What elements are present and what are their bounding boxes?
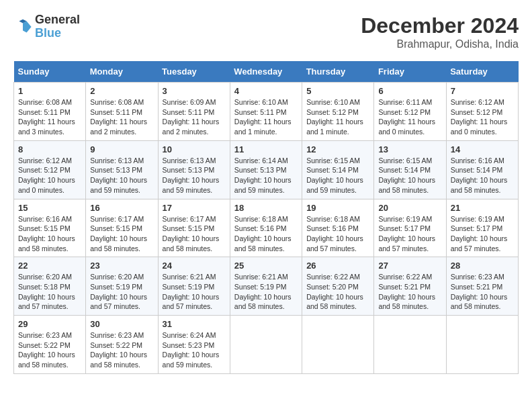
logo-icon [13,17,32,36]
day-info: Sunrise: 6:20 AMSunset: 5:19 PMDaylight:… [90,272,153,312]
weekday-header-cell: Saturday [446,61,518,83]
day-number: 7 [451,86,514,96]
calendar-day-cell: 21 Sunrise: 6:19 AMSunset: 5:17 PMDaylig… [446,199,518,257]
calendar-day-cell: 14 Sunrise: 6:16 AMSunset: 5:14 PMDaylig… [446,140,518,199]
calendar-day-cell: 23 Sunrise: 6:20 AMSunset: 5:19 PMDaylig… [86,257,158,316]
calendar-day-cell [230,316,302,374]
day-info: Sunrise: 6:12 AMSunset: 5:12 PMDaylight:… [18,156,81,195]
calendar-day-cell: 11 Sunrise: 6:14 AMSunset: 5:13 PMDaylig… [230,140,302,199]
day-number: 26 [306,261,369,271]
day-info: Sunrise: 6:15 AMSunset: 5:14 PMDaylight:… [378,156,441,195]
day-number: 21 [451,203,514,213]
location: Brahmapur, Odisha, India [361,38,519,50]
page-header: General Blue December 2024 Brahmapur, Od… [13,13,519,50]
day-number: 28 [451,261,514,271]
day-number: 8 [18,144,81,154]
weekday-header-row: SundayMondayTuesdayWednesdayThursdayFrid… [14,61,519,83]
day-number: 9 [90,144,153,154]
day-number: 5 [306,86,369,96]
calendar-day-cell: 2 Sunrise: 6:08 AMSunset: 5:11 PMDayligh… [86,83,158,141]
day-info: Sunrise: 6:23 AMSunset: 5:22 PMDaylight:… [18,330,81,370]
calendar-week-row: 1 Sunrise: 6:08 AMSunset: 5:11 PMDayligh… [14,83,519,141]
day-number: 24 [163,261,226,271]
month-title: December 2024 [361,13,519,38]
calendar-day-cell: 16 Sunrise: 6:17 AMSunset: 5:15 PMDaylig… [86,199,158,257]
calendar-table: SundayMondayTuesdayWednesdayThursdayFrid… [13,61,519,374]
day-number: 14 [451,144,514,154]
calendar-day-cell: 1 Sunrise: 6:08 AMSunset: 5:11 PMDayligh… [14,83,86,141]
calendar-day-cell: 22 Sunrise: 6:20 AMSunset: 5:18 PMDaylig… [14,257,86,316]
day-number: 3 [163,86,226,96]
day-number: 29 [18,319,81,329]
day-info: Sunrise: 6:15 AMSunset: 5:14 PMDaylight:… [306,156,369,195]
day-info: Sunrise: 6:08 AMSunset: 5:11 PMDaylight:… [18,97,81,137]
calendar-day-cell: 29 Sunrise: 6:23 AMSunset: 5:22 PMDaylig… [14,316,86,374]
day-number: 20 [378,203,441,213]
calendar-day-cell: 6 Sunrise: 6:11 AMSunset: 5:12 PMDayligh… [374,83,446,141]
day-number: 22 [18,261,81,271]
calendar-week-row: 22 Sunrise: 6:20 AMSunset: 5:18 PMDaylig… [14,257,519,316]
day-number: 16 [90,203,153,213]
logo: General Blue [13,13,80,40]
day-info: Sunrise: 6:14 AMSunset: 5:13 PMDaylight:… [234,156,298,195]
logo-text: General Blue [35,13,80,40]
day-number: 25 [234,261,298,271]
day-number: 11 [234,144,298,154]
day-number: 23 [90,261,153,271]
calendar-day-cell [446,316,518,374]
day-info: Sunrise: 6:22 AMSunset: 5:21 PMDaylight:… [378,272,441,312]
calendar-day-cell: 7 Sunrise: 6:12 AMSunset: 5:12 PMDayligh… [446,83,518,141]
day-number: 4 [234,86,298,96]
day-info: Sunrise: 6:20 AMSunset: 5:18 PMDaylight:… [18,272,81,312]
day-number: 30 [90,319,153,329]
day-number: 19 [306,203,369,213]
day-info: Sunrise: 6:08 AMSunset: 5:11 PMDaylight:… [90,97,153,137]
day-info: Sunrise: 6:16 AMSunset: 5:15 PMDaylight:… [18,214,81,254]
calendar-day-cell: 18 Sunrise: 6:18 AMSunset: 5:16 PMDaylig… [230,199,302,257]
weekday-header-cell: Sunday [14,61,86,83]
weekday-header-cell: Friday [374,61,446,83]
calendar-day-cell: 31 Sunrise: 6:24 AMSunset: 5:23 PMDaylig… [158,316,230,374]
calendar-day-cell: 15 Sunrise: 6:16 AMSunset: 5:15 PMDaylig… [14,199,86,257]
day-info: Sunrise: 6:19 AMSunset: 5:17 PMDaylight:… [451,214,514,254]
weekday-header-cell: Tuesday [158,61,230,83]
day-info: Sunrise: 6:17 AMSunset: 5:15 PMDaylight:… [163,214,226,254]
calendar-day-cell: 19 Sunrise: 6:18 AMSunset: 5:16 PMDaylig… [302,199,374,257]
day-number: 10 [163,144,226,154]
calendar-day-cell: 28 Sunrise: 6:23 AMSunset: 5:21 PMDaylig… [446,257,518,316]
calendar-day-cell [374,316,446,374]
calendar-week-row: 29 Sunrise: 6:23 AMSunset: 5:22 PMDaylig… [14,316,519,374]
day-info: Sunrise: 6:21 AMSunset: 5:19 PMDaylight:… [234,272,298,312]
day-info: Sunrise: 6:09 AMSunset: 5:11 PMDaylight:… [163,97,226,137]
title-block: December 2024 Brahmapur, Odisha, India [361,13,519,50]
day-number: 31 [163,319,226,329]
svg-marker-0 [23,21,32,32]
day-info: Sunrise: 6:22 AMSunset: 5:20 PMDaylight:… [306,272,369,312]
weekday-header-cell: Thursday [302,61,374,83]
day-info: Sunrise: 6:23 AMSunset: 5:22 PMDaylight:… [90,330,153,370]
calendar-day-cell: 26 Sunrise: 6:22 AMSunset: 5:20 PMDaylig… [302,257,374,316]
day-number: 17 [163,203,226,213]
calendar-day-cell: 10 Sunrise: 6:13 AMSunset: 5:13 PMDaylig… [158,140,230,199]
day-number: 13 [378,144,441,154]
calendar-week-row: 8 Sunrise: 6:12 AMSunset: 5:12 PMDayligh… [14,140,519,199]
calendar-day-cell: 25 Sunrise: 6:21 AMSunset: 5:19 PMDaylig… [230,257,302,316]
calendar-day-cell: 17 Sunrise: 6:17 AMSunset: 5:15 PMDaylig… [158,199,230,257]
day-info: Sunrise: 6:11 AMSunset: 5:12 PMDaylight:… [378,97,441,137]
day-info: Sunrise: 6:24 AMSunset: 5:23 PMDaylight:… [163,330,226,370]
day-info: Sunrise: 6:23 AMSunset: 5:21 PMDaylight:… [451,272,514,312]
calendar-week-row: 15 Sunrise: 6:16 AMSunset: 5:15 PMDaylig… [14,199,519,257]
day-number: 6 [378,86,441,96]
calendar-day-cell [302,316,374,374]
calendar-day-cell: 4 Sunrise: 6:10 AMSunset: 5:11 PMDayligh… [230,83,302,141]
day-info: Sunrise: 6:12 AMSunset: 5:12 PMDaylight:… [451,97,514,137]
day-info: Sunrise: 6:17 AMSunset: 5:15 PMDaylight:… [90,214,153,254]
calendar-day-cell: 8 Sunrise: 6:12 AMSunset: 5:12 PMDayligh… [14,140,86,199]
day-info: Sunrise: 6:18 AMSunset: 5:16 PMDaylight:… [306,214,369,254]
calendar-day-cell: 27 Sunrise: 6:22 AMSunset: 5:21 PMDaylig… [374,257,446,316]
day-info: Sunrise: 6:19 AMSunset: 5:17 PMDaylight:… [378,214,441,254]
day-info: Sunrise: 6:10 AMSunset: 5:11 PMDaylight:… [234,97,298,137]
calendar-day-cell: 3 Sunrise: 6:09 AMSunset: 5:11 PMDayligh… [158,83,230,141]
day-number: 2 [90,86,153,96]
day-number: 15 [18,203,81,213]
